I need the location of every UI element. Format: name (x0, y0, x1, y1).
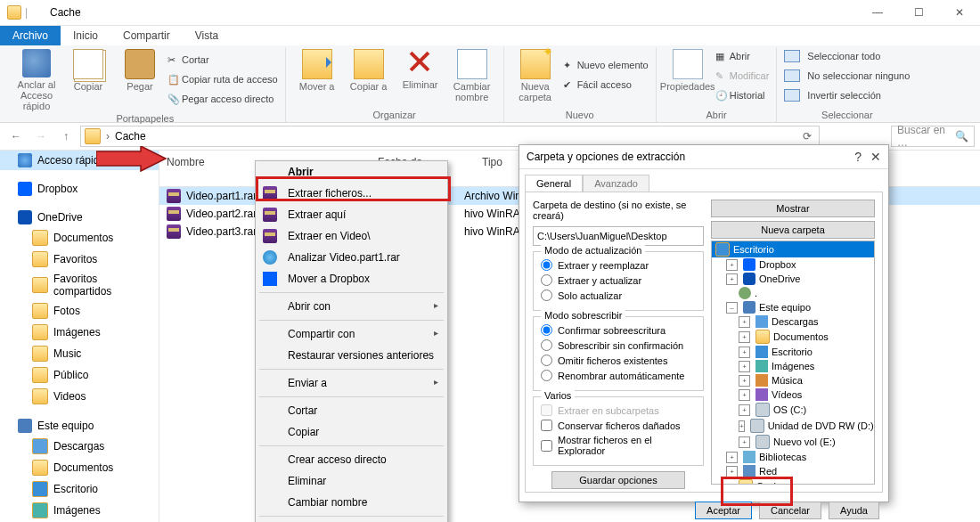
tab-compartir[interactable]: Compartir (110, 26, 183, 45)
easyaccess-button[interactable]: ✔Fácil acceso (563, 76, 649, 94)
ctx-copy[interactable]: Copiar (256, 421, 447, 443)
moveto-button[interactable]: Mover a (293, 47, 341, 102)
selectall-button[interactable]: Seleccionar todo (784, 47, 910, 65)
tree-item[interactable]: Videos (0, 386, 159, 407)
tree-item[interactable]: Documentos (0, 227, 159, 249)
tb-item[interactable]: +Imágenes (712, 359, 874, 373)
tb-item[interactable]: +Música (712, 373, 874, 387)
radio-overwrite-noask[interactable]: Sobrescribir sin confirmación (541, 338, 696, 353)
history-button[interactable]: 🕘Historial (715, 86, 770, 104)
ctx-dropbox[interactable]: Mover a Dropbox (256, 268, 447, 290)
check-keep-broken[interactable]: Conservar ficheros dañados (541, 418, 696, 433)
dlg-tab-advanced[interactable]: Avanzado (583, 175, 649, 192)
tree-item[interactable]: Público (0, 364, 159, 386)
close-button[interactable]: ✕ (939, 0, 980, 25)
search-box[interactable]: Buscar en … 🔍 (891, 126, 975, 147)
dlg-tab-general[interactable]: General (525, 175, 583, 192)
ctx-sendto[interactable]: Enviar a (256, 372, 447, 394)
show-button[interactable]: Mostrar (711, 200, 875, 217)
tree-dropbox[interactable]: Dropbox (0, 179, 159, 199)
tb-item[interactable]: +Descargas (712, 314, 874, 329)
tree-item[interactable]: Imágenes (0, 322, 159, 343)
help-button[interactable]: Ayuda (829, 502, 879, 519)
tb-item[interactable]: Cache (712, 478, 874, 485)
tree-item[interactable]: Imágenes (0, 500, 159, 521)
ctx-extract-to[interactable]: Extraer en Video\ (256, 225, 447, 247)
help-button[interactable]: ? (854, 150, 862, 164)
tree-item[interactable]: Escritorio (0, 478, 159, 500)
edit-button[interactable]: ✎Modificar (715, 67, 770, 85)
radio-only-update[interactable]: Solo actualizar (541, 288, 696, 303)
tab-vista[interactable]: Vista (183, 26, 231, 45)
radio-extract-update[interactable]: Extraer y actualizar (541, 273, 696, 288)
ctx-restore[interactable]: Restaurar versiones anteriores (256, 345, 447, 366)
tree-item[interactable]: Descargas (0, 436, 159, 457)
radio-confirm-overwrite[interactable]: Confirmar sobreescritura (541, 322, 696, 338)
minimize-button[interactable]: — (857, 0, 898, 25)
maximize-button[interactable]: ☐ (898, 0, 939, 25)
ctx-openwith[interactable]: Abrir con (256, 296, 447, 317)
tb-thispc[interactable]: –Este equipo (712, 300, 874, 314)
dialog-close-button[interactable]: ✕ (870, 150, 881, 164)
pin-button[interactable]: Anclar al Acceso rápido (12, 47, 61, 111)
check-extract-subfolders[interactable]: Extraer en subcarpetas (541, 403, 696, 418)
folder-tree[interactable]: Escritorio +Dropbox +OneDrive . –Este eq… (711, 241, 875, 485)
tree-item[interactable]: Music (0, 343, 159, 364)
radio-extract-replace[interactable]: Extraer y reemplazar (541, 257, 696, 273)
newitem-button[interactable]: ✦Nuevo elemento (563, 56, 649, 74)
tree-thispc[interactable]: Este equipo (0, 416, 159, 436)
delete-button[interactable]: Eliminar (396, 47, 445, 102)
tb-item[interactable]: +Red (712, 464, 874, 478)
tab-archivo[interactable]: Archivo (0, 26, 61, 45)
ctx-delete[interactable]: Eliminar (256, 470, 447, 492)
ok-button[interactable]: Aceptar (695, 502, 752, 519)
ctx-analyze[interactable]: Analizar Video.part1.rar (256, 247, 447, 268)
tb-item[interactable]: +Unidad de DVD RW (D:) e_polish.e (712, 418, 874, 434)
newfolder-button[interactable]: Nueva carpeta (511, 47, 559, 102)
tb-item[interactable]: +Escritorio (712, 345, 874, 359)
tree-item[interactable]: Documentos (0, 457, 159, 478)
tree-item[interactable]: Fotos (0, 300, 159, 322)
tb-item[interactable]: +Nuevo vol (E:) (712, 434, 874, 450)
tree-onedrive[interactable]: OneDrive (0, 208, 159, 227)
ctx-shortcut[interactable]: Crear acceso directo (256, 449, 447, 470)
forward-button[interactable]: → (30, 126, 52, 147)
tb-item[interactable]: . (712, 286, 874, 300)
newfolder-button[interactable]: Nueva carpeta (711, 221, 875, 239)
copyto-button[interactable]: Copiar a (345, 47, 393, 102)
cut-button[interactable]: ✂Cortar (167, 51, 278, 69)
open-button[interactable]: ▦Abrir (715, 47, 770, 65)
pasteshort-button[interactable]: 📎Pegar acceso directo (167, 90, 278, 108)
tb-item[interactable]: +Documentos (712, 329, 874, 345)
tb-item[interactable]: +Dropbox (712, 257, 874, 272)
dest-input[interactable] (533, 226, 704, 246)
radio-rename-auto[interactable]: Renombrar automáticamente (541, 368, 696, 383)
nav-tree[interactable]: Acceso rápido Dropbox OneDrive Documento… (0, 151, 159, 522)
tree-item[interactable]: Favoritos compartidos (0, 270, 159, 300)
tb-item[interactable]: +Bibliotecas (712, 450, 874, 464)
copypath-button[interactable]: 📋Copiar ruta de acceso (167, 70, 278, 88)
tb-item[interactable]: +Vídeos (712, 387, 874, 402)
check-show-explorer[interactable]: Mostrar ficheros en el Explorador (541, 433, 696, 458)
copy-button[interactable]: Copiar (64, 47, 112, 111)
up-button[interactable]: ↑ (55, 126, 77, 147)
ctx-rename[interactable]: Cambiar nombre (256, 492, 447, 513)
back-button[interactable]: ← (5, 126, 27, 147)
rename-button[interactable]: Cambiar nombre (448, 47, 496, 102)
paste-button[interactable]: Pegar (116, 47, 164, 111)
tb-item[interactable]: +OS (C:) (712, 402, 874, 418)
ctx-extract-here[interactable]: Extraer aquí (256, 204, 447, 225)
tb-desktop[interactable]: Escritorio (712, 241, 874, 257)
selectinvert-button[interactable]: Invertir selección (784, 86, 910, 104)
save-options-button[interactable]: Guardar opciones (551, 471, 685, 489)
tab-inicio[interactable]: Inicio (61, 26, 110, 45)
tb-item[interactable]: +OneDrive (712, 272, 874, 286)
properties-button[interactable]: Propiedades (664, 47, 712, 104)
cancel-button[interactable]: Cancelar (759, 502, 821, 519)
ctx-sharewith[interactable]: Compartir con (256, 323, 447, 345)
radio-skip-existing[interactable]: Omitir ficheros existentes (541, 353, 696, 368)
ctx-extract-files[interactable]: Extraer ficheros... (256, 183, 447, 204)
tree-item[interactable]: Favoritos (0, 249, 159, 270)
selectnone-button[interactable]: No seleccionar ninguno (784, 67, 910, 85)
ctx-open[interactable]: Abrir (256, 161, 447, 183)
